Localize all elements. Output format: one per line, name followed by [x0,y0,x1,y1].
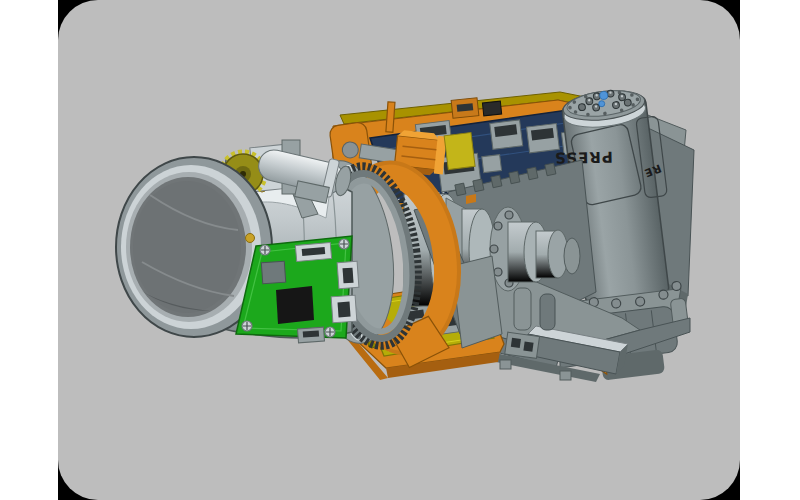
black-chip [276,286,314,324]
connector-slot [338,302,351,318]
vessel-label: PRESS [554,148,613,167]
board-connector-small [482,155,502,173]
cad-viewport[interactable]: PRESS RE [0,0,800,500]
tube-cap [564,238,580,274]
frame-post [386,102,395,132]
gray-chip [261,261,285,284]
assembly-3d-render[interactable]: PRESS RE [0,0,800,500]
pcb-standoff [246,234,255,243]
black-connector [482,101,501,116]
base-bracket [505,332,540,358]
connector-slot [303,330,319,337]
yellow-valve-block [444,133,475,170]
blue-marker [598,100,605,107]
connector-slot [343,268,354,284]
lens-glass [133,181,241,313]
green-control-pcb[interactable] [236,234,359,343]
base-bolt-boss [560,371,571,380]
right-margin-bar [740,0,800,500]
support-cylinder [514,288,531,330]
left-margin-bar [0,0,58,500]
base-bolt-boss [500,360,511,369]
support-cylinder [540,294,555,330]
